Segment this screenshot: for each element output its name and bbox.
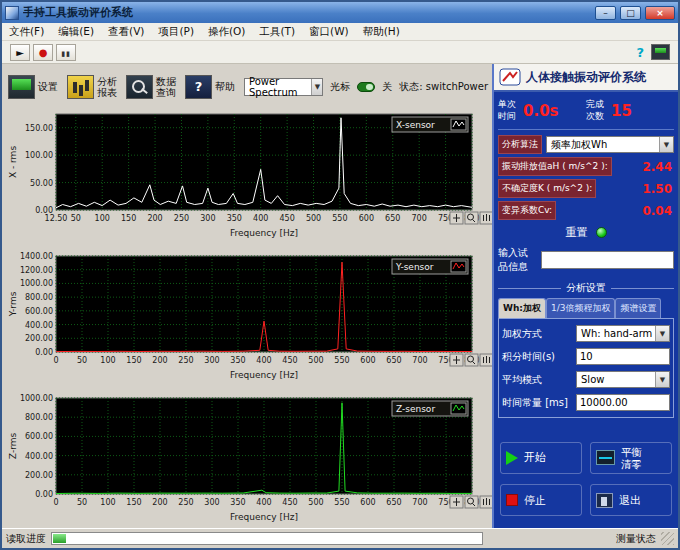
svg-text:100: 100 [100, 356, 115, 365]
maximize-button[interactable]: □ [620, 6, 641, 20]
pause-button[interactable]: ▮▮ [56, 44, 76, 61]
svg-text:150: 150 [126, 498, 141, 507]
svg-text:800.00: 800.00 [25, 413, 53, 422]
minimize-button[interactable]: – [595, 6, 616, 20]
tab-spectrum-settings[interactable]: 频谱设置 [615, 298, 661, 318]
app-logo [499, 68, 521, 86]
start-button[interactable]: 开始 [500, 442, 582, 474]
y-sensor-chart[interactable]: 0501001502002503003504004505005506006507… [4, 250, 492, 390]
svg-text:Y-sensor: Y-sensor [395, 262, 434, 272]
report-button[interactable]: 分析报表 [67, 75, 119, 99]
tab-wh-weighting[interactable]: Wh:加权 [498, 298, 546, 318]
svg-text:250: 250 [178, 498, 193, 507]
menu-help[interactable]: 帮助(H) [356, 25, 407, 39]
action-buttons: 开始 平衡清零 停止 退出 [498, 434, 674, 526]
time-constant-label: 时间常量 [ms] [502, 396, 568, 410]
reset-row: 重置 [498, 225, 674, 240]
svg-text:Z-rms: Z-rms [8, 433, 18, 460]
svg-text:Y-rms: Y-rms [8, 291, 18, 317]
panel-toolbar: 设置 分析报表 数据查询 ? 帮助 Power Spectrum ▼ [4, 66, 492, 108]
exit-label: 退出 [619, 493, 641, 508]
svg-text:0: 0 [53, 356, 58, 365]
menu-file[interactable]: 文件(F) [2, 25, 51, 39]
menu-operate[interactable]: 操作(O) [201, 25, 252, 39]
run-icon: ► [16, 47, 24, 58]
menu-view[interactable]: 查看(V) [101, 25, 151, 39]
time-constant-input[interactable] [576, 394, 670, 411]
context-help-icon[interactable]: ? [632, 45, 648, 60]
balance-zero-button[interactable]: 平衡清零 [590, 442, 672, 474]
svg-text:1000.00: 1000.00 [20, 394, 53, 403]
main-area: 设置 分析报表 数据查询 ? 帮助 Power Spectrum ▼ [2, 64, 678, 528]
settings-tabs: Wh:加权 1/3倍频程加权 频谱设置 [498, 298, 674, 318]
integration-time-input[interactable] [576, 348, 670, 365]
weighting-mode-label: 加权方式 [502, 327, 542, 341]
menu-project[interactable]: 项目(P) [151, 25, 201, 39]
svg-text:550: 550 [334, 356, 349, 365]
chevron-down-icon: ▼ [655, 372, 669, 387]
menu-window[interactable]: 窗口(W) [302, 25, 356, 39]
statusbar: 读取进度 测量状态 [2, 528, 678, 548]
app-icon [5, 6, 19, 20]
svg-text:700: 700 [412, 214, 427, 223]
report-label: 分析报表 [97, 76, 119, 99]
algorithm-select[interactable]: 频率加权Wh ▼ [546, 136, 674, 153]
settings-icon [8, 75, 35, 99]
svg-text:1000.00: 1000.00 [20, 279, 53, 288]
analysis-settings-title: 分析设置 [566, 281, 606, 295]
single-time-stat: 单次时间 0.0s [498, 99, 586, 122]
resize-grip[interactable] [661, 532, 674, 545]
cursor-label: 光标 [330, 80, 350, 94]
time-constant-row: 时间常量 [ms] [502, 394, 670, 411]
svg-text:250: 250 [174, 214, 189, 223]
svg-text:50.00: 50.00 [30, 179, 53, 188]
run-button[interactable]: ► [10, 44, 30, 61]
abort-button[interactable]: ● [33, 44, 53, 61]
svg-text:1400.00: 1400.00 [20, 252, 53, 261]
close-button[interactable]: × [645, 6, 675, 20]
app-window: 手持工具振动评价系统 – □ × 文件(F) 编辑(E) 查看(V) 项目(P)… [0, 0, 680, 550]
help-button[interactable]: ? 帮助 [185, 75, 237, 99]
tab-panel-wh: 加权方式 Wh: hand-arm ▼ 积分时间(s) 平均模式 Slow ▼ [498, 318, 674, 418]
tab-third-octave[interactable]: 1/3倍频程加权 [546, 298, 615, 318]
panel-switch-icon[interactable] [651, 44, 670, 60]
svg-text:450: 450 [282, 498, 297, 507]
svg-text:550: 550 [332, 214, 347, 223]
svg-text:Frequency [Hz]: Frequency [Hz] [230, 228, 298, 238]
menu-tools[interactable]: 工具(T) [252, 25, 302, 39]
weighting-mode-value: Wh: hand-arm [581, 328, 652, 339]
svg-text:350: 350 [230, 498, 245, 507]
sample-info-input[interactable] [541, 251, 674, 269]
metric-cv-label: 变异系数Cv: [498, 201, 556, 220]
settings-button[interactable]: 设置 [8, 75, 60, 99]
metric-k-value: 1.50 [642, 182, 674, 196]
exit-button[interactable]: 退出 [590, 484, 672, 516]
svg-text:12.50: 12.50 [45, 214, 68, 223]
run-toolbar: ► ● ▮▮ ? [2, 41, 678, 64]
completed-count-value: 15 [611, 102, 632, 120]
svg-text:250: 250 [178, 356, 193, 365]
spectrum-select[interactable]: Power Spectrum ▼ [244, 78, 323, 96]
svg-text:X-sensor: X-sensor [396, 120, 435, 130]
control-panel: 人体接触振动评价系统 单次时间 0.0s 完成次数 15 分析算法 频率加权Wh… [492, 64, 678, 528]
query-button[interactable]: 数据查询 [126, 75, 178, 99]
svg-text:600: 600 [360, 498, 375, 507]
z-sensor-chart[interactable]: 0501001502002503003504004505005506006507… [4, 392, 492, 532]
average-mode-select[interactable]: Slow ▼ [576, 371, 670, 388]
titlebar[interactable]: 手持工具振动评价系统 – □ × [2, 2, 678, 23]
weighting-mode-select[interactable]: Wh: hand-arm ▼ [576, 325, 670, 342]
reset-led[interactable] [596, 227, 607, 238]
weighting-mode-row: 加权方式 Wh: hand-arm ▼ [502, 325, 670, 342]
svg-text:600.00: 600.00 [25, 307, 53, 316]
x-sensor-chart[interactable]: 12.5050100150200250300350400450500550600… [4, 108, 492, 248]
svg-text:300: 300 [200, 214, 215, 223]
svg-text:500: 500 [306, 214, 321, 223]
menu-edit[interactable]: 编辑(E) [51, 25, 101, 39]
report-icon [67, 75, 94, 99]
cursor-toggle[interactable] [357, 82, 375, 92]
svg-text:300: 300 [204, 356, 219, 365]
single-time-value: 0.0s [523, 102, 559, 120]
metric-cv-value: 0.04 [642, 204, 674, 218]
svg-text:800.00: 800.00 [25, 293, 53, 302]
stop-button[interactable]: 停止 [500, 484, 582, 516]
